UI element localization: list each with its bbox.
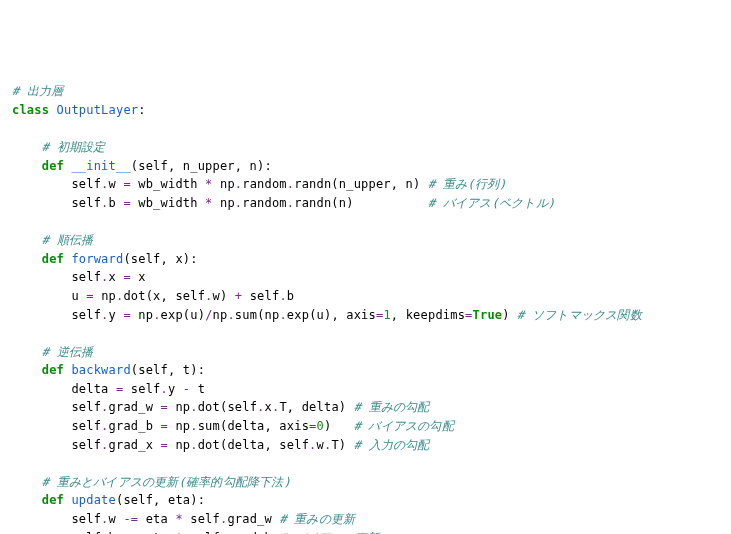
mul: * — [175, 531, 182, 534]
comment: # バイアス(ベクトル) — [428, 196, 555, 210]
code-text: grad_x — [109, 438, 161, 452]
code-text: np — [213, 177, 235, 191]
code-text: u — [71, 289, 86, 303]
code-text: self — [71, 512, 101, 526]
code-text: y — [168, 382, 183, 396]
number: 1 — [383, 308, 390, 322]
dot: . — [101, 196, 108, 210]
code-text: self — [71, 400, 101, 414]
keyword-true: True — [473, 308, 503, 322]
keyword-class: class — [12, 103, 49, 117]
code-text: self — [123, 382, 160, 396]
comment: # ソフトマックス関数 — [517, 308, 642, 322]
code-text: self — [71, 196, 101, 210]
dot: . — [257, 400, 264, 414]
colon: : — [138, 103, 145, 117]
comment: # 初期設定 — [42, 140, 106, 154]
code-text: x — [131, 270, 146, 284]
equals: = — [123, 308, 130, 322]
code-text: grad_w — [227, 512, 279, 526]
dot: . — [153, 308, 160, 322]
code-text: exp(u), axis — [287, 308, 376, 322]
dot: . — [190, 400, 197, 414]
code-text: y — [109, 308, 124, 322]
equals: = — [161, 419, 168, 433]
dot: . — [101, 531, 108, 534]
minus-equals: -= — [123, 531, 138, 534]
code-text: sum(np — [235, 308, 280, 322]
code-text: delta — [71, 382, 116, 396]
dot: . — [101, 512, 108, 526]
mul: * — [175, 512, 182, 526]
dot: . — [101, 438, 108, 452]
code-text: exp(u) — [161, 308, 206, 322]
comment: # バイアスの勾配 — [354, 419, 454, 433]
dot: . — [190, 419, 197, 433]
code-text: grad_w — [109, 400, 161, 414]
dot: . — [205, 289, 212, 303]
equals: = — [309, 419, 316, 433]
code-text: t — [190, 382, 205, 396]
dot: . — [190, 438, 197, 452]
dot: . — [161, 382, 168, 396]
code-text: self — [71, 419, 101, 433]
code-text: T) — [331, 438, 353, 452]
args: (self, eta): — [116, 493, 205, 507]
class-name: OutputLayer — [57, 103, 139, 117]
comment: # 逆伝播 — [42, 345, 93, 359]
comment: # 出力層 — [12, 84, 63, 98]
code-text: w — [317, 438, 324, 452]
comment: # 入力の勾配 — [354, 438, 430, 452]
code-text: grad_b — [109, 419, 161, 433]
code-text: x — [265, 400, 272, 414]
code-text: grad_b — [227, 531, 279, 534]
equals: = — [161, 400, 168, 414]
code-text: sum(delta, axis — [198, 419, 309, 433]
code-text: self — [183, 531, 220, 534]
code-text: ) — [502, 308, 517, 322]
comment: # 重みの更新 — [279, 512, 355, 526]
code-text: eta — [138, 512, 175, 526]
code-text: randn(n) — [294, 196, 428, 210]
code-text: w — [109, 512, 124, 526]
equals: = — [161, 438, 168, 452]
code-text: dot(x, self — [123, 289, 205, 303]
code-text: self — [71, 531, 101, 534]
args: (self, t): — [131, 363, 205, 377]
code-text: self — [71, 438, 101, 452]
code-text: , keepdims — [391, 308, 465, 322]
equals: = — [86, 289, 93, 303]
code-text: self — [71, 308, 101, 322]
args: (self, x): — [123, 252, 197, 266]
equals: = — [123, 196, 130, 210]
code-text: randn(n_upper, n) — [294, 177, 428, 191]
comment: # 重みの勾配 — [354, 400, 430, 414]
method-update: update — [71, 493, 116, 507]
code-text: b — [287, 289, 294, 303]
code-text: dot(self — [198, 400, 257, 414]
method-forward: forward — [71, 252, 123, 266]
dot: . — [227, 308, 234, 322]
code-text: wb_width — [131, 196, 205, 210]
dot: . — [101, 177, 108, 191]
code-text: self — [242, 289, 279, 303]
code-text: eta — [138, 531, 175, 534]
code-text: w) — [213, 289, 235, 303]
comment: # 重み(行列) — [428, 177, 507, 191]
code-text: np — [168, 400, 190, 414]
code-text: dot(delta, self — [198, 438, 309, 452]
code-text: np — [168, 438, 190, 452]
code-text: wb_width — [131, 177, 205, 191]
code-text: self — [71, 177, 101, 191]
code-text: self — [183, 512, 220, 526]
dot: . — [101, 308, 108, 322]
code-block: # 出力層 class OutputLayer: # 初期設定 def __in… — [12, 82, 719, 534]
dot: . — [101, 270, 108, 284]
code-text: ) — [324, 419, 354, 433]
method-backward: backward — [71, 363, 130, 377]
code-text: self — [71, 270, 101, 284]
dot: . — [101, 419, 108, 433]
code-text: T, delta) — [279, 400, 353, 414]
code-text: random — [242, 177, 287, 191]
dot: . — [101, 400, 108, 414]
